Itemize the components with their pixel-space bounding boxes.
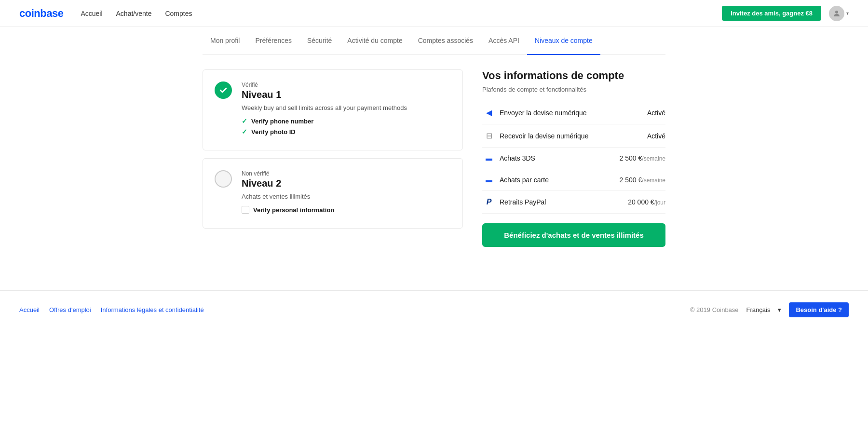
feature-label: Verify photo ID [251,128,296,136]
feature-label: Verify personal information [253,206,334,214]
tabs: Mon profilPréférencesSécuritéActivité du… [203,27,665,55]
feature-value-1: Activé [647,132,665,140]
feature-row-4: P Retraits PayPal 20 000 €/jour [482,191,665,214]
tab-monprofil[interactable]: Mon profil [203,27,247,55]
level-icon-1 [215,81,232,99]
tab-comptesassocis[interactable]: Comptes associés [410,27,481,55]
level-feature-1-1: ✓Verify photo ID [242,128,451,136]
feature-name-3: Achats par carte [500,176,620,184]
tab-niveauxdecompte[interactable]: Niveaux de compte [527,27,600,55]
coinbase-logo[interactable]: coinbase [19,7,63,20]
account-info-panel: Vos informations de compte Plafonds de c… [482,69,665,247]
level-card-1: VérifiéNiveau 1Weekly buy and sell limit… [203,69,463,150]
feature-name-0: Envoyer la devise numérique [500,109,647,117]
send-icon: ◀ [486,108,492,117]
feature-row-0: ◀ Envoyer la devise numérique Activé [482,101,665,124]
footer-lang-chevron: ▾ [778,306,781,313]
feature-row-1: ⊟ Recevoir la devise numérique Activé [482,124,665,148]
footer-link-informationslgalesetconfidentialit[interactable]: Informations légales et confidentialité [101,306,204,313]
footer-link-accueil[interactable]: Accueil [19,306,40,313]
level-title-2: Niveau 2 [242,178,451,189]
footer-right: © 2019 Coinbase Français ▾ Besoin d'aide… [690,302,849,317]
feature-row-2: ▬ Achats 3DS 2 500 €/semaine [482,148,665,169]
account-info-subtitle: Plafonds de compte et fonctionnalités [482,86,665,93]
level-card-2: Non vérifiéNiveau 2Achats et ventes illi… [203,158,463,229]
nav-item-accueil[interactable]: Accueil [81,10,102,17]
avatar-menu[interactable]: ▾ [829,6,849,21]
feature-value-2: 2 500 €/semaine [620,154,665,162]
feature-icon-4: P [482,198,496,206]
receive-icon: ⊟ [486,131,492,140]
main-nav: AccueilAchat/venteComptes [81,10,192,17]
level-status-1: Vérifié [242,81,451,88]
feature-icon-1: ⊟ [482,131,496,140]
feature-name-1: Recevoir la devise numérique [500,132,647,140]
card-icon: ▬ [486,176,492,184]
avatar [829,6,844,21]
level-feature-2-0[interactable]: Verify personal information [242,206,451,214]
card-icon: ▬ [486,154,492,162]
feature-name-4: Retraits PayPal [500,198,628,206]
nav-item-comptes[interactable]: Comptes [165,10,192,17]
paypal-icon: P [487,198,492,206]
level-icon-2 [215,170,232,188]
feature-icon-3: ▬ [482,176,496,184]
feature-check-icon: ✓ [242,117,247,125]
level-description-1: Weekly buy and sell limits across all yo… [242,104,451,111]
level-features-2: Verify personal information [242,206,451,214]
feature-label: Verify phone number [251,118,313,125]
tab-activitducompte[interactable]: Activité du compte [339,27,410,55]
level-features-1: ✓Verify phone number✓Verify photo ID [242,117,451,136]
header-right: Invitez des amis, gagnez €8 ▾ [722,6,849,21]
header-left: coinbase AccueilAchat/venteComptes [19,7,192,20]
tab-prfrences[interactable]: Préférences [247,27,299,55]
footer-link-offresdemploi[interactable]: Offres d'emploi [49,306,91,313]
feature-rows: ◀ Envoyer la devise numérique Activé ⊟ R… [482,101,665,214]
feature-value-0: Activé [647,109,665,117]
level-title-1: Niveau 1 [242,89,451,100]
tab-scurit[interactable]: Sécurité [299,27,339,55]
footer-links: AccueilOffres d'emploiInformations légal… [19,306,204,313]
footer-copyright: © 2019 Coinbase [690,306,739,313]
feature-period: /semaine [642,155,665,162]
feature-value-4: 20 000 €/jour [628,198,665,206]
cta-button[interactable]: Bénéficiez d'achats et de ventes illimit… [482,223,665,247]
feature-value-3: 2 500 €/semaine [620,176,665,184]
feature-period: /jour [654,199,665,206]
account-info-title: Vos informations de compte [482,69,665,82]
feature-check-icon: ✓ [242,128,247,136]
invite-button[interactable]: Invitez des amis, gagnez €8 [722,6,821,21]
feature-icon-2: ▬ [482,154,496,162]
verified-check-icon [215,81,232,99]
level-body-2: Non vérifiéNiveau 2Achats et ventes illi… [242,170,451,217]
feature-status: Activé [647,132,665,140]
footer-language: Français [746,306,771,313]
feature-status: Activé [647,109,665,117]
tab-accsapi[interactable]: Accès API [481,27,527,55]
feature-name-2: Achats 3DS [500,154,620,162]
footer: AccueilOffres d'emploiInformations légal… [0,290,868,329]
feature-amount: 20 000 € [628,198,654,206]
feature-empty-checkbox[interactable] [242,206,249,214]
feature-period: /semaine [642,177,665,184]
main-content: Mon profilPréférencesSécuritéActivité du… [193,27,675,261]
content-area: VérifiéNiveau 1Weekly buy and sell limit… [203,55,665,261]
unverified-circle-icon [215,170,232,188]
feature-amount: 2 500 € [620,154,642,162]
levels-panel: VérifiéNiveau 1Weekly buy and sell limit… [203,69,463,247]
nav-item-achatvente[interactable]: Achat/vente [116,10,152,17]
feature-icon-0: ◀ [482,108,496,117]
level-status-2: Non vérifié [242,170,451,177]
feature-amount: 2 500 € [620,176,642,184]
avatar-chevron-icon: ▾ [846,11,849,16]
feature-row-3: ▬ Achats par carte 2 500 €/semaine [482,169,665,191]
level-feature-1-0: ✓Verify phone number [242,117,451,125]
level-body-1: VérifiéNiveau 1Weekly buy and sell limit… [242,81,451,138]
level-description-2: Achats et ventes illimités [242,193,451,200]
svg-point-0 [835,11,838,14]
header: coinbase AccueilAchat/venteComptes Invit… [0,0,868,27]
help-button[interactable]: Besoin d'aide ? [789,302,849,317]
